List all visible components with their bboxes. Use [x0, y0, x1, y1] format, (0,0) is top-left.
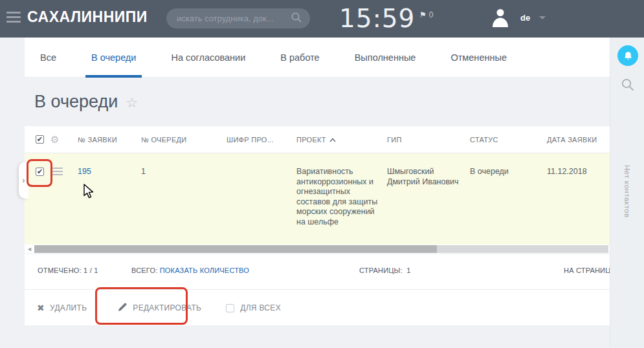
scrollbar-thumb[interactable]	[34, 245, 437, 253]
user-menu-caret-icon[interactable]	[539, 16, 546, 19]
tab-on-approval[interactable]: На согласовании	[171, 38, 245, 78]
horizontal-scroll-area: ◄	[25, 245, 610, 254]
rail-search-icon[interactable]	[621, 78, 635, 94]
top-bar: САХАЛИННИПИ 15:59 ⚑ 0 de	[0, 0, 644, 38]
per-page-label[interactable]: НА СТРАНИЦ	[564, 266, 610, 274]
right-rail: Нет контактов	[610, 38, 644, 348]
column-header-project[interactable]: ПРОЕКТ	[291, 136, 382, 144]
tab-in-queue[interactable]: В очереди	[91, 38, 136, 78]
column-header-status[interactable]: СТАТУС	[465, 136, 542, 144]
pencil-icon	[118, 302, 128, 314]
cell-date: 11.12.2018	[542, 153, 610, 245]
application-window: САХАЛИННИПИ 15:59 ⚑ 0 de Все В очереди Н…	[0, 0, 644, 348]
bell-icon	[623, 50, 634, 61]
cell-status: В очереди	[465, 153, 542, 245]
notifications-bell-button[interactable]	[617, 45, 638, 66]
no-contacts-label: Нет контактов	[623, 165, 631, 218]
flag-icon: ⚑	[419, 11, 427, 19]
delete-button[interactable]: ✖ УДАЛИТЬ	[37, 303, 87, 312]
side-panel-handle[interactable]: ›	[19, 162, 28, 199]
delete-x-icon: ✖	[37, 303, 45, 312]
cell-gip: Шмыговский Дмитрий Иванович	[382, 153, 465, 245]
column-header-date[interactable]: ДАТА ЗАЯВКИ	[542, 136, 610, 144]
for-all-option[interactable]: ДЛЯ ВСЕХ	[226, 303, 281, 312]
notifications-flag[interactable]: ⚑ 0	[419, 11, 433, 19]
cell-cipher	[220, 153, 291, 245]
search-icon[interactable]	[291, 12, 302, 26]
tab-in-progress[interactable]: В работе	[280, 38, 319, 78]
chevron-right-icon: ›	[22, 175, 25, 185]
edit-button[interactable]: РЕДАКТИРОВАТЬ	[118, 302, 201, 314]
column-header-cipher[interactable]: ШИФР ПРО...	[220, 136, 291, 144]
global-search[interactable]	[166, 8, 310, 28]
hamburger-menu-icon[interactable]	[6, 12, 21, 25]
total-counter: ВСЕГО: ПОКАЗАТЬ КОЛИЧЕСТВО	[131, 266, 249, 274]
table-header-row: ✔ ⚙ № ЗАЯВКИ № ОЧЕРЕДИ ШИФР ПРО... ПРОЕК…	[25, 126, 610, 153]
user-avatar-icon[interactable]	[490, 6, 511, 27]
scroll-left-arrow-icon[interactable]: ◄	[27, 246, 32, 252]
flag-count: 0	[429, 11, 434, 19]
column-header-gip[interactable]: ГИП	[382, 136, 465, 144]
tab-cancelled[interactable]: Отмененные	[450, 38, 507, 78]
favorite-star-icon[interactable]: ☆	[126, 95, 138, 111]
column-header-request-no[interactable]: № ЗАЯВКИ	[71, 136, 136, 144]
page-header: В очереди ☆	[25, 78, 610, 126]
sort-asc-icon	[329, 136, 336, 144]
row-checkbox[interactable]: ✔	[36, 168, 44, 176]
pages-counter: СТРАНИЦЫ: 1	[359, 266, 411, 274]
user-name[interactable]: de	[520, 13, 530, 23]
tab-completed[interactable]: Выполненные	[355, 38, 416, 78]
cell-queue-no: 1	[136, 153, 220, 245]
row-actions-menu-icon[interactable]	[50, 168, 63, 176]
for-all-checkbox[interactable]	[226, 304, 234, 312]
request-no-link[interactable]: 195	[78, 167, 91, 176]
tab-all[interactable]: Все	[40, 38, 56, 78]
app-logo: САХАЛИННИПИ	[27, 8, 148, 26]
show-count-link[interactable]: ПОКАЗАТЬ КОЛИЧЕСТВО	[160, 266, 249, 274]
group-actions-bar: ✖ УДАЛИТЬ РЕДАКТИРОВАТЬ ДЛЯ ВСЕХ	[25, 289, 610, 326]
table-footer: ОТМЕЧЕНО: 1 / 1 ВСЕГО: ПОКАЗАТЬ КОЛИЧЕСТ…	[25, 254, 610, 289]
clock[interactable]: 15:59	[339, 4, 401, 33]
status-tabs: Все В очереди На согласовании В работе В…	[25, 38, 610, 78]
search-input[interactable]	[177, 14, 291, 23]
column-header-queue-no[interactable]: № ОЧЕРЕДИ	[136, 136, 220, 144]
table-row[interactable]: ✔ 195 1 Вариативность антикоррозионных и…	[25, 153, 610, 245]
select-all-checkbox[interactable]: ✔	[36, 135, 44, 144]
scrollbar-track[interactable]	[34, 245, 608, 253]
checked-counter: ОТМЕЧЕНО: 1 / 1	[38, 266, 98, 274]
requests-panel: ✔ ⚙ № ЗАЯВКИ № ОЧЕРЕДИ ШИФР ПРО... ПРОЕК…	[25, 126, 610, 325]
page-title: В очереди	[34, 92, 118, 112]
cell-project: Вариативность антикоррозионных и огнезащ…	[291, 153, 382, 245]
grid-settings-gear-icon[interactable]: ⚙	[50, 134, 60, 145]
